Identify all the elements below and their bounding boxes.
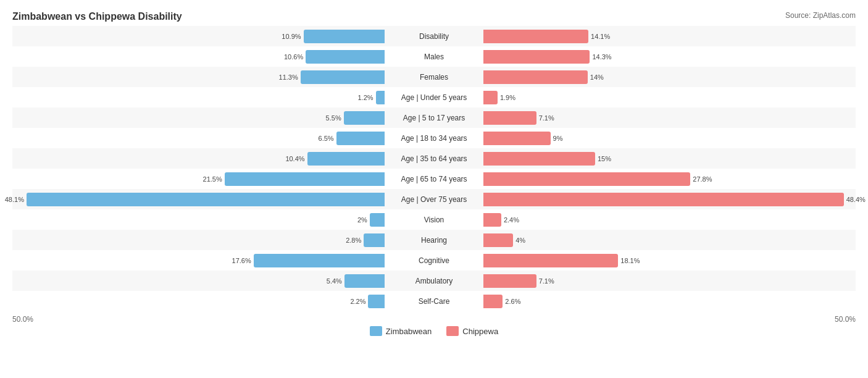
center-label: Males (385, 52, 483, 61)
table-row: 6.5%Age | 18 to 34 years9% (12, 128, 856, 148)
left-value: 2.8% (346, 237, 361, 244)
axis-row: 50.0% 50.0% (12, 315, 856, 324)
center-label: Age | Under 5 years (385, 93, 483, 102)
table-row: 10.6%Males14.3% (12, 46, 856, 67)
right-value: 4% (515, 237, 525, 244)
right-value: 48.4% (846, 196, 866, 203)
center-label: Age | 35 to 64 years (385, 154, 483, 163)
right-value: 2.4% (504, 216, 519, 224)
table-row: 2.8%Hearing4% (12, 230, 856, 250)
left-value: 6.5% (319, 135, 334, 142)
left-value: 21.5% (203, 175, 222, 183)
left-value: 1.2% (357, 94, 373, 101)
center-label: Females (385, 73, 483, 82)
axis-right: 50.0% (835, 315, 856, 324)
right-value: 14.3% (592, 53, 611, 61)
table-row: 10.9%Disability14.1% (12, 26, 856, 46)
table-row: 11.3%Females14% (12, 67, 856, 87)
left-value: 10.4% (285, 155, 304, 162)
center-label: Disability (385, 32, 483, 41)
center-label: Ambulatory (385, 277, 483, 285)
table-row: 2%Vision2.4% (12, 209, 856, 230)
center-label: Vision (385, 216, 483, 224)
right-value: 7.1% (539, 277, 554, 285)
left-value: 17.6% (232, 257, 251, 264)
center-label: Hearing (385, 236, 483, 245)
left-value: 5.5% (326, 114, 341, 122)
center-label: Cognitive (385, 256, 483, 265)
chart-container: Zimbabwean vs Chippewa Disability Source… (0, 0, 868, 342)
right-value: 14% (590, 74, 604, 81)
legend-box-chippewa (446, 326, 459, 336)
legend-box-zimbabwean (370, 326, 382, 336)
left-value: 10.6% (284, 53, 303, 61)
table-row: 5.5%Age | 5 to 17 years7.1% (12, 107, 856, 128)
legend-item-zimbabwean: Zimbabwean (370, 326, 432, 336)
right-value: 15% (598, 155, 611, 162)
legend: Zimbabwean Chippewa (12, 326, 856, 336)
left-value: 2.2% (350, 298, 365, 305)
table-row: 10.4%Age | 35 to 64 years15% (12, 148, 856, 169)
table-row: 48.1%Age | Over 75 years48.4% (12, 189, 856, 209)
right-value: 1.9% (500, 94, 515, 101)
table-row: 5.4%Ambulatory7.1% (12, 271, 856, 291)
center-label: Age | 5 to 17 years (385, 114, 483, 122)
center-label: Self-Care (385, 297, 483, 306)
right-value: 27.8% (693, 175, 712, 183)
table-row: 1.2%Age | Under 5 years1.9% (12, 87, 856, 107)
legend-label-chippewa: Chippewa (462, 327, 498, 336)
center-label: Age | 65 to 74 years (385, 175, 483, 183)
left-value: 10.9% (282, 33, 301, 40)
right-value: 9% (553, 135, 563, 142)
right-value: 7.1% (539, 114, 554, 122)
axis-left: 50.0% (12, 315, 33, 324)
legend-label-zimbabwean: Zimbabwean (386, 327, 432, 336)
left-value: 5.4% (327, 277, 342, 285)
left-value: 2% (357, 216, 367, 224)
table-row: 2.2%Self-Care2.6% (12, 291, 856, 311)
chart-title: Zimbabwean vs Chippewa Disability (12, 11, 856, 22)
center-label: Age | Over 75 years (385, 195, 483, 204)
right-value: 18.1% (620, 257, 640, 264)
legend-item-chippewa: Chippewa (446, 326, 498, 336)
table-row: 21.5%Age | 65 to 74 years27.8% (12, 169, 856, 189)
rows-container: 10.9%Disability14.1%10.6%Males14.3%11.3%… (12, 26, 856, 311)
center-label: Age | 18 to 34 years (385, 134, 483, 143)
source-label: Source: ZipAtlas.com (785, 11, 856, 20)
left-value: 48.1% (5, 196, 24, 203)
right-value: 14.1% (591, 33, 610, 40)
left-value: 11.3% (279, 74, 298, 81)
table-row: 17.6%Cognitive18.1% (12, 250, 856, 271)
right-value: 2.6% (505, 298, 520, 305)
